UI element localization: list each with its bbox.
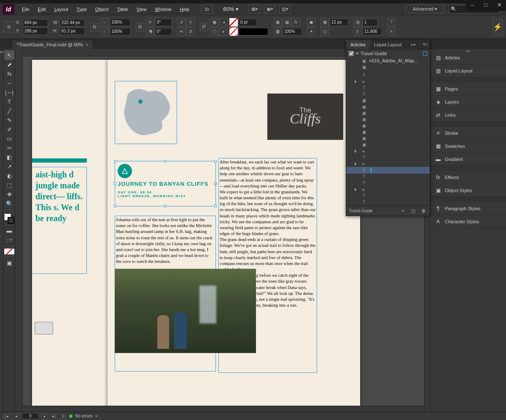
new-article-icon[interactable]: ◫	[409, 207, 417, 214]
horizontal-scrollbar[interactable]	[23, 406, 424, 412]
tool-2[interactable]: ⇆	[4, 69, 14, 78]
article-item[interactable]: T	[346, 91, 430, 97]
article-parent-row[interactable]: Travel Guide	[346, 50, 430, 57]
bridge-button[interactable]: Br	[201, 5, 213, 14]
article-item[interactable]: ▸	[346, 161, 430, 167]
columns-input[interactable]	[363, 19, 378, 26]
menu-table[interactable]: Table	[113, 5, 132, 13]
menu-view[interactable]: View	[132, 5, 151, 13]
last-page-button[interactable]: ▸|	[51, 413, 57, 419]
drop-shadow-icon[interactable]: ◼	[307, 18, 315, 27]
panel-paragraph-styles[interactable]: ¶Paragraph Styles	[431, 202, 506, 215]
balance-cols-icon[interactable]: ≡	[387, 27, 396, 36]
select-prev-icon[interactable]: ◂	[219, 18, 228, 27]
panel-layers[interactable]: ◈Layers	[431, 96, 506, 109]
select-content-icon[interactable]: ▢	[210, 27, 218, 36]
hiking-photo[interactable]	[115, 269, 256, 353]
panel-gradient[interactable]: ▬Gradient	[431, 153, 506, 166]
tool-1[interactable]: ⬈	[4, 60, 14, 69]
apply-color-icon[interactable]: ▬	[4, 226, 14, 235]
maximize-button[interactable]: □	[479, 0, 493, 9]
quick-apply-icon[interactable]: ✦	[307, 27, 315, 36]
select-next-icon[interactable]: ▸	[219, 27, 228, 36]
screen-mode-tool[interactable]: ▣	[4, 258, 14, 268]
panel-stroke[interactable]: ≡Stroke	[431, 127, 506, 140]
tool-16[interactable]: 🔍	[4, 199, 14, 208]
scale-y-input[interactable]	[110, 28, 131, 35]
panel-character-styles[interactable]: ACharacter Styles	[431, 215, 506, 228]
fill-swatch[interactable]	[229, 18, 238, 27]
tool-9[interactable]: ▭	[4, 134, 14, 143]
tool-7[interactable]: ✎	[4, 115, 14, 125]
format-container-icon[interactable]: ⬚T	[4, 235, 14, 245]
menu-type[interactable]: Type	[73, 5, 91, 13]
arrange-docs-icon[interactable]: ▥▾	[279, 5, 291, 14]
article-color-swatch[interactable]	[423, 51, 427, 56]
screen-mode-icon[interactable]: ▣▾	[264, 5, 276, 14]
view-options-icon[interactable]: ▦▾	[249, 5, 261, 14]
panel-articles[interactable]: ▤Articles	[431, 51, 506, 64]
article-item[interactable]: T	[346, 154, 430, 161]
articles-tab[interactable]: Articles	[346, 40, 370, 49]
menu-object[interactable]: Object	[91, 5, 113, 13]
stroke-swatch[interactable]	[229, 27, 238, 36]
panel-collapse-icon[interactable]: ▸▸	[409, 40, 418, 49]
article-item[interactable]: T	[346, 180, 430, 186]
effects-btn[interactable]: fx	[292, 18, 300, 27]
group-disclosure-icon[interactable]	[355, 162, 357, 166]
map-frame[interactable]	[115, 81, 177, 144]
article-item[interactable]: T	[346, 174, 430, 180]
prev-page-button[interactable]: ◂	[13, 413, 19, 419]
wrap-offset-input[interactable]	[330, 19, 348, 26]
quick-apply-lightning-icon[interactable]: ⚡	[493, 19, 503, 35]
cliffs-sign-image[interactable]: The Cliffs	[267, 94, 343, 140]
menu-file[interactable]: File	[18, 5, 34, 13]
select-container-icon[interactable]: ▣	[210, 18, 218, 27]
x-position-input[interactable]	[23, 19, 48, 27]
article-item[interactable]: ▣	[346, 142, 430, 148]
apply-none-icon[interactable]	[4, 249, 14, 254]
open-nav-button[interactable]: ⎘	[60, 413, 67, 419]
heading-frame[interactable]: JOURNEY TO BANYAN CLIFFS DAY ONE, 08:30 …	[115, 161, 216, 206]
tool-13[interactable]: ◐	[4, 171, 14, 180]
panel-swatches[interactable]: ▦Swatches	[431, 140, 506, 153]
close-button[interactable]: ✕	[493, 0, 506, 9]
tool-12[interactable]: ↗	[4, 162, 14, 171]
panel-pages[interactable]: ▦Pages	[431, 83, 506, 96]
reference-point-icon[interactable]: ⊞	[3, 21, 14, 32]
tool-3[interactable]: ↔	[4, 78, 14, 88]
minimize-button[interactable]: –	[466, 0, 479, 9]
menu-edit[interactable]: Edit	[34, 5, 50, 13]
article-item[interactable]: ▣	[346, 64, 430, 70]
tool-11[interactable]: ◧	[4, 152, 14, 162]
constrain-scale-icon[interactable]: ⛓	[136, 23, 144, 31]
page-field[interactable]: 9	[22, 413, 39, 419]
article-item[interactable]: T	[346, 85, 430, 91]
article-item[interactable]: ▣	[346, 97, 430, 104]
pull-quote-frame[interactable]: aist-high d jungle made direct— liffs. T…	[32, 167, 87, 274]
menu-window[interactable]: Window	[151, 5, 175, 13]
article-item[interactable]: ▣	[346, 135, 430, 142]
tool-15[interactable]: ✥	[4, 190, 14, 199]
panel-liquid-layout[interactable]: ▥Liquid Layout	[431, 64, 506, 78]
panel-effects[interactable]: fxEffects	[431, 171, 506, 184]
first-page-button[interactable]: |◂	[3, 413, 10, 419]
articles-panel[interactable]: Articles Liquid Layout ▸▸ ▾≡ Travel Guid…	[346, 40, 430, 216]
article-item[interactable]: T	[346, 193, 430, 199]
rotate-input[interactable]	[155, 19, 172, 26]
tool-0[interactable]: ↖	[4, 51, 14, 60]
stroke-weight-input[interactable]	[239, 19, 257, 26]
menu-layout[interactable]: Layout	[50, 5, 73, 13]
article-item[interactable]: ▸	[346, 78, 430, 85]
article-item[interactable]: ▣	[346, 129, 430, 135]
constrain-wh-icon[interactable]: ⛓	[90, 23, 99, 31]
scale-x-input[interactable]	[110, 19, 131, 26]
article-item[interactable]: ▣	[346, 123, 430, 129]
document-tab[interactable]: *TravelGuide_Final.indd @ 60% ×	[13, 40, 92, 49]
article-item[interactable]: ▣<615_Adobe_AI_Map...	[346, 57, 430, 64]
stroke-style-dropdown[interactable]	[239, 28, 268, 35]
article-item[interactable]: T	[346, 167, 430, 174]
group-disclosure-icon[interactable]	[355, 80, 357, 83]
rotate-cw-icon[interactable]: ↻	[186, 18, 195, 27]
liquid-layout-tab[interactable]: Liquid Layout	[370, 40, 406, 49]
